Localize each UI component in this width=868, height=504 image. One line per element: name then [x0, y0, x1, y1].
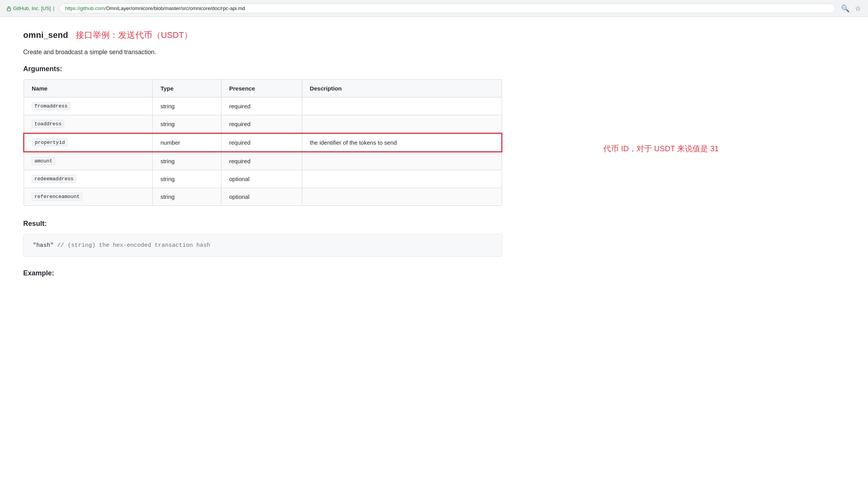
example-label: Example:	[23, 269, 518, 277]
page-subtitle: 接口举例：发送代币（USDT）	[76, 29, 192, 41]
result-code-comment: // (string) the hex-encoded transaction …	[57, 242, 210, 249]
cell-description	[302, 170, 502, 188]
col-type: Type	[153, 80, 221, 97]
url-bar[interactable]: https://github.com/OmniLayer/omnicore/bl…	[59, 3, 836, 13]
browser-bar: GitHub, Inc. [US] | https://github.com/O…	[0, 0, 868, 17]
title-row: omni_send 接口举例：发送代币（USDT）	[23, 29, 518, 41]
url-secure-part: https://github.com/	[65, 5, 106, 11]
cell-type: string	[153, 188, 221, 206]
cell-presence: required	[221, 152, 302, 170]
cell-name: amount	[24, 152, 153, 170]
param-name-code: fromaddress	[32, 102, 70, 110]
cell-description: the identifier of the tokens to send	[302, 133, 502, 152]
result-label: Result:	[23, 220, 518, 228]
cell-description	[302, 188, 502, 206]
param-name-code: toaddress	[32, 120, 64, 128]
table-row: redeemaddressstringoptional	[24, 170, 502, 188]
svg-rect-0	[7, 8, 11, 11]
security-indicator: GitHub, Inc. [US] |	[6, 5, 54, 11]
cell-type: string	[153, 170, 221, 188]
cell-name: toaddress	[24, 115, 153, 133]
arguments-table-wrapper: Name Type Presence Description fromaddre…	[23, 79, 502, 206]
table-row: propertyidnumberrequiredthe identifier o…	[24, 133, 502, 152]
lock-icon	[6, 6, 12, 11]
param-name-code: propertyid	[32, 138, 68, 147]
arguments-label: Arguments:	[23, 65, 518, 73]
arguments-table: Name Type Presence Description fromaddre…	[23, 79, 502, 206]
table-row: referenceamountstringoptional	[24, 188, 502, 206]
cell-type: string	[153, 152, 221, 170]
table-header-row: Name Type Presence Description	[24, 80, 502, 97]
row-annotation: 代币 ID，对于 USDT 来说值是 31	[596, 144, 719, 154]
table-row: fromaddressstringrequired	[24, 97, 502, 115]
param-name-code: referenceamount	[32, 193, 82, 201]
main-content: omni_send 接口举例：发送代币（USDT） Create and bro…	[0, 17, 541, 301]
cell-presence: required	[221, 133, 302, 152]
col-description: Description	[302, 80, 502, 97]
cell-presence: required	[221, 97, 302, 115]
col-name: Name	[24, 80, 153, 97]
result-code-block: "hash" // (string) the hex-encoded trans…	[23, 234, 502, 257]
search-button[interactable]: 🔍	[840, 3, 850, 14]
cell-name: referenceamount	[24, 188, 153, 206]
cell-type: string	[153, 97, 221, 115]
cell-type: number	[153, 133, 221, 152]
param-name-code: amount	[32, 157, 55, 165]
table-row: toaddressstringrequired	[24, 115, 502, 133]
cell-description	[302, 115, 502, 133]
cell-name: redeemaddress	[24, 170, 153, 188]
page-title: omni_send	[23, 30, 68, 40]
result-code-hash: "hash"	[33, 242, 57, 249]
cell-name: fromaddress	[24, 97, 153, 115]
param-name-code: redeemaddress	[32, 175, 76, 183]
cell-presence: required	[221, 115, 302, 133]
col-presence: Presence	[221, 80, 302, 97]
page-description: Create and broadcast a simple send trans…	[23, 49, 518, 56]
browser-action-icons: 🔍 ☆	[840, 3, 862, 14]
cell-presence: optional	[221, 188, 302, 206]
cell-description	[302, 97, 502, 115]
url-path-part: OmniLayer/omnicore/blob/master/src/omnic…	[106, 5, 245, 11]
bookmark-button[interactable]: ☆	[854, 3, 862, 14]
cell-description	[302, 152, 502, 170]
cell-type: string	[153, 115, 221, 133]
cell-name: propertyid	[24, 133, 153, 152]
table-row: amountstringrequired	[24, 152, 502, 170]
cell-presence: optional	[221, 170, 302, 188]
